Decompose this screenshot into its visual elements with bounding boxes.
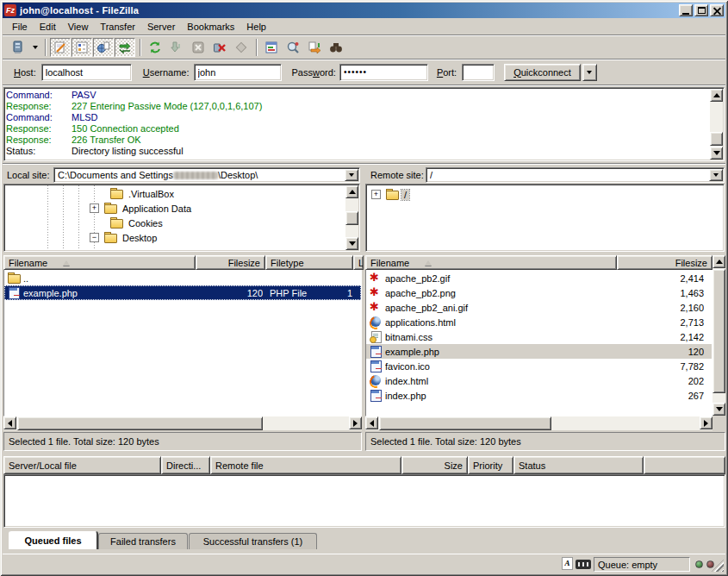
filename-filters-button[interactable] xyxy=(261,38,282,57)
image-file-icon xyxy=(370,302,383,313)
toggle-remote-tree-button[interactable] xyxy=(93,38,114,57)
column-filetype[interactable]: Filetype xyxy=(265,255,353,270)
synchronized-browsing-button[interactable] xyxy=(304,38,325,57)
column-filesize[interactable]: Filesize xyxy=(617,255,712,270)
toggle-message-log-button[interactable] xyxy=(50,38,71,57)
site-manager-button[interactable] xyxy=(8,38,28,57)
menu-view[interactable]: View xyxy=(62,20,95,34)
close-button[interactable] xyxy=(710,4,724,16)
column-priority[interactable]: Priority xyxy=(468,456,513,474)
toggle-transfer-queue-button[interactable] xyxy=(115,38,135,57)
cancel-operation-button[interactable] xyxy=(188,38,208,57)
expand-icon[interactable]: + xyxy=(90,203,99,213)
tab-successful-transfers[interactable]: Successful transfers (1) xyxy=(189,533,317,549)
file-row[interactable]: index.php267 xyxy=(366,388,712,403)
collapse-icon[interactable]: − xyxy=(90,233,99,242)
tree-item-cookies[interactable]: Cookies xyxy=(110,216,165,230)
tree-item-desktop[interactable]: −Desktop xyxy=(90,230,159,245)
remote-file-list: apache_pb2.gif2,414 apache_pb2.png1,463 … xyxy=(365,270,712,416)
column-filename[interactable]: Filename xyxy=(365,255,617,270)
tree-item-application-data[interactable]: +Application Data xyxy=(90,201,194,216)
host-input[interactable] xyxy=(41,64,132,81)
scroll-up-button[interactable] xyxy=(345,185,358,198)
ascii-transfer-type-icon[interactable]: A xyxy=(562,557,573,570)
column-remote-file[interactable]: Remote file xyxy=(210,456,401,474)
reconnect-button[interactable] xyxy=(231,38,252,57)
scroll-down-button[interactable] xyxy=(712,403,725,416)
port-input[interactable] xyxy=(462,64,495,81)
file-row[interactable]: favicon.ico7,782 xyxy=(366,359,712,373)
file-row[interactable]: apache_pb2.png1,463 xyxy=(366,285,712,300)
scroll-thumb[interactable] xyxy=(712,269,725,393)
scroll-up-button[interactable] xyxy=(710,89,723,102)
quickconnect-button[interactable]: Quickconnect xyxy=(504,64,581,81)
column-server-local-file[interactable]: Server/Local file xyxy=(3,456,161,474)
file-row[interactable]: index.html202 xyxy=(366,373,712,388)
menu-bookmarks[interactable]: Bookmarks xyxy=(181,20,240,34)
scroll-right-button[interactable] xyxy=(700,416,712,429)
directory-comparison-button[interactable] xyxy=(283,38,303,57)
scroll-down-button[interactable] xyxy=(710,147,723,160)
column-filename[interactable]: Filename xyxy=(3,255,196,270)
column-direction[interactable]: Directi... xyxy=(161,456,210,474)
tab-queued-files[interactable]: Queued files xyxy=(9,531,97,549)
tree-item-root[interactable]: +/ xyxy=(371,187,409,202)
scroll-up-button[interactable] xyxy=(712,255,725,268)
file-row[interactable]: apache_pb2.gif2,414 xyxy=(366,271,712,285)
remote-list-scrollbar[interactable] xyxy=(712,255,725,416)
minimize-button[interactable] xyxy=(679,4,693,16)
remote-site-combo[interactable]: / xyxy=(426,167,725,183)
maximize-button[interactable] xyxy=(694,4,708,16)
maximize-icon xyxy=(698,7,706,14)
menu-transfer[interactable]: Transfer xyxy=(94,20,141,34)
log-scrollbar[interactable] xyxy=(710,89,723,160)
file-row[interactable]: bitnami.css2,142 xyxy=(366,329,712,344)
title-bar[interactable]: Fz john@localhost - FileZilla xyxy=(3,3,725,18)
refresh-button[interactable] xyxy=(145,38,165,57)
scroll-thumb[interactable] xyxy=(379,416,551,430)
file-row-selected[interactable]: example.php120 xyxy=(366,344,712,359)
disconnect-button[interactable] xyxy=(209,38,230,57)
local-list-hscrollbar[interactable] xyxy=(3,416,362,430)
html-file-icon xyxy=(370,375,383,386)
remote-list-hscrollbar[interactable] xyxy=(365,416,712,430)
file-row-parent-dir[interactable]: .. xyxy=(4,271,361,285)
menu-help[interactable]: Help xyxy=(240,20,272,34)
column-status[interactable]: Status xyxy=(513,456,644,474)
combo-dropdown-button[interactable] xyxy=(345,169,358,181)
scroll-down-button[interactable] xyxy=(345,237,358,250)
site-manager-dropdown-button[interactable] xyxy=(29,38,40,57)
scroll-thumb[interactable] xyxy=(17,416,263,430)
password-input[interactable] xyxy=(339,64,428,81)
find-files-button[interactable] xyxy=(326,38,346,57)
speed-limits-icon[interactable] xyxy=(576,560,591,569)
column-size[interactable]: Size xyxy=(401,456,468,474)
file-row[interactable]: apache_pb2_ani.gif2,160 xyxy=(366,300,712,315)
local-tree-scrollbar[interactable] xyxy=(345,185,358,250)
tab-failed-transfers[interactable]: Failed transfers xyxy=(98,533,188,549)
expand-icon[interactable]: + xyxy=(371,190,381,199)
column-last-modified[interactable]: L xyxy=(353,255,364,270)
file-row-example-php[interactable]: example.php 120 PHP File 1 xyxy=(4,285,361,300)
scroll-left-button[interactable] xyxy=(365,416,378,429)
remote-directory-tree: +/ xyxy=(365,184,725,252)
tree-item-virtualbox[interactable]: .VirtualBox xyxy=(110,186,177,201)
scroll-thumb[interactable] xyxy=(345,211,358,225)
scroll-thumb[interactable] xyxy=(710,132,723,146)
local-site-combo[interactable]: C:\Documents and Settings\Desktop\ xyxy=(53,167,360,183)
log-entry: Status:Directory listing successful xyxy=(6,146,708,157)
scroll-right-button[interactable] xyxy=(349,416,362,429)
file-row[interactable]: applications.html2,713 xyxy=(366,315,712,329)
scroll-left-button[interactable] xyxy=(3,416,16,429)
quickconnect-dropdown-button[interactable] xyxy=(582,64,597,81)
toggle-local-tree-button[interactable] xyxy=(72,38,92,57)
combo-dropdown-button[interactable] xyxy=(709,169,723,181)
username-input[interactable] xyxy=(194,64,282,81)
menu-server[interactable]: Server xyxy=(141,20,181,34)
column-empty[interactable] xyxy=(644,456,725,474)
menu-edit[interactable]: Edit xyxy=(34,20,62,34)
local-pane-status: Selected 1 file. Total size: 120 bytes xyxy=(3,432,362,451)
column-filesize[interactable]: Filesize xyxy=(196,255,265,270)
process-queue-button[interactable] xyxy=(166,38,187,57)
menu-file[interactable]: File xyxy=(6,20,34,34)
